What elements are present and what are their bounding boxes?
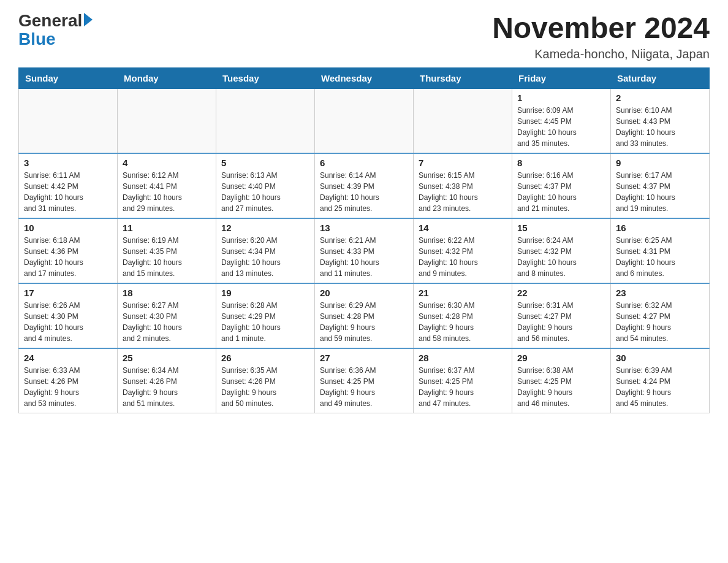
day-number: 18 — [123, 288, 211, 298]
day-number: 13 — [320, 223, 408, 233]
day-number: 27 — [320, 353, 408, 363]
day-info: Sunrise: 6:28 AM Sunset: 4:29 PM Dayligh… — [221, 300, 309, 344]
calendar-cell: 7Sunrise: 6:15 AM Sunset: 4:38 PM Daylig… — [414, 153, 512, 218]
day-number: 29 — [517, 353, 605, 363]
day-number: 12 — [221, 223, 309, 233]
calendar-cell: 22Sunrise: 6:31 AM Sunset: 4:27 PM Dayli… — [512, 283, 611, 348]
calendar-cell — [315, 88, 414, 153]
calendar-cell: 13Sunrise: 6:21 AM Sunset: 4:33 PM Dayli… — [315, 218, 414, 283]
day-info: Sunrise: 6:22 AM Sunset: 4:32 PM Dayligh… — [419, 235, 507, 279]
calendar-cell: 3Sunrise: 6:11 AM Sunset: 4:42 PM Daylig… — [19, 153, 118, 218]
day-number: 20 — [320, 288, 408, 298]
day-info: Sunrise: 6:35 AM Sunset: 4:26 PM Dayligh… — [221, 365, 309, 409]
day-number: 16 — [616, 223, 704, 233]
day-number: 26 — [221, 353, 309, 363]
day-number: 30 — [616, 353, 704, 363]
day-number: 28 — [419, 353, 507, 363]
calendar-cell: 15Sunrise: 6:24 AM Sunset: 4:32 PM Dayli… — [512, 218, 611, 283]
location: Kameda-honcho, Niigata, Japan — [492, 47, 710, 61]
logo-line2: Blue — [18, 29, 56, 49]
calendar-cell: 27Sunrise: 6:36 AM Sunset: 4:25 PM Dayli… — [315, 348, 414, 413]
calendar-cell — [216, 88, 315, 153]
day-info: Sunrise: 6:15 AM Sunset: 4:38 PM Dayligh… — [419, 170, 507, 214]
calendar-cell: 29Sunrise: 6:38 AM Sunset: 4:25 PM Dayli… — [512, 348, 611, 413]
calendar-cell: 28Sunrise: 6:37 AM Sunset: 4:25 PM Dayli… — [414, 348, 512, 413]
column-header-thursday: Thursday — [414, 67, 512, 88]
calendar-cell: 26Sunrise: 6:35 AM Sunset: 4:26 PM Dayli… — [216, 348, 315, 413]
calendar-week-row: 1Sunrise: 6:09 AM Sunset: 4:45 PM Daylig… — [19, 88, 710, 153]
day-info: Sunrise: 6:26 AM Sunset: 4:30 PM Dayligh… — [24, 300, 112, 344]
calendar-week-row: 10Sunrise: 6:18 AM Sunset: 4:36 PM Dayli… — [19, 218, 710, 283]
calendar-cell — [118, 88, 216, 153]
day-number: 3 — [24, 158, 112, 168]
calendar-cell: 30Sunrise: 6:39 AM Sunset: 4:24 PM Dayli… — [611, 348, 710, 413]
day-number: 11 — [123, 223, 211, 233]
day-info: Sunrise: 6:11 AM Sunset: 4:42 PM Dayligh… — [24, 170, 112, 214]
day-number: 10 — [24, 223, 112, 233]
day-number: 2 — [616, 93, 704, 103]
day-number: 19 — [221, 288, 309, 298]
column-header-saturday: Saturday — [611, 67, 710, 88]
day-info: Sunrise: 6:10 AM Sunset: 4:43 PM Dayligh… — [616, 105, 704, 149]
calendar-cell: 4Sunrise: 6:12 AM Sunset: 4:41 PM Daylig… — [118, 153, 216, 218]
day-number: 6 — [320, 158, 408, 168]
month-title: November 2024 — [492, 12, 710, 45]
logo-line1: General — [18, 12, 82, 29]
day-info: Sunrise: 6:34 AM Sunset: 4:26 PM Dayligh… — [123, 365, 211, 409]
day-info: Sunrise: 6:19 AM Sunset: 4:35 PM Dayligh… — [123, 235, 211, 279]
day-info: Sunrise: 6:27 AM Sunset: 4:30 PM Dayligh… — [123, 300, 211, 344]
column-header-tuesday: Tuesday — [216, 67, 315, 88]
day-info: Sunrise: 6:20 AM Sunset: 4:34 PM Dayligh… — [221, 235, 309, 279]
logo-arrow-icon — [84, 13, 93, 26]
calendar-cell: 9Sunrise: 6:17 AM Sunset: 4:37 PM Daylig… — [611, 153, 710, 218]
day-info: Sunrise: 6:25 AM Sunset: 4:31 PM Dayligh… — [616, 235, 704, 279]
day-info: Sunrise: 6:33 AM Sunset: 4:26 PM Dayligh… — [24, 365, 112, 409]
calendar-cell: 16Sunrise: 6:25 AM Sunset: 4:31 PM Dayli… — [611, 218, 710, 283]
calendar-cell: 14Sunrise: 6:22 AM Sunset: 4:32 PM Dayli… — [414, 218, 512, 283]
day-info: Sunrise: 6:21 AM Sunset: 4:33 PM Dayligh… — [320, 235, 408, 279]
calendar-header-row: SundayMondayTuesdayWednesdayThursdayFrid… — [19, 67, 710, 88]
day-number: 25 — [123, 353, 211, 363]
day-number: 17 — [24, 288, 112, 298]
day-info: Sunrise: 6:32 AM Sunset: 4:27 PM Dayligh… — [616, 300, 704, 344]
logo: General Blue — [18, 12, 93, 49]
day-info: Sunrise: 6:29 AM Sunset: 4:28 PM Dayligh… — [320, 300, 408, 344]
day-info: Sunrise: 6:13 AM Sunset: 4:40 PM Dayligh… — [221, 170, 309, 214]
calendar-cell: 17Sunrise: 6:26 AM Sunset: 4:30 PM Dayli… — [19, 283, 118, 348]
calendar-cell: 23Sunrise: 6:32 AM Sunset: 4:27 PM Dayli… — [611, 283, 710, 348]
calendar-cell: 6Sunrise: 6:14 AM Sunset: 4:39 PM Daylig… — [315, 153, 414, 218]
day-number: 7 — [419, 158, 507, 168]
day-info: Sunrise: 6:17 AM Sunset: 4:37 PM Dayligh… — [616, 170, 704, 214]
calendar-cell: 24Sunrise: 6:33 AM Sunset: 4:26 PM Dayli… — [19, 348, 118, 413]
calendar-week-row: 24Sunrise: 6:33 AM Sunset: 4:26 PM Dayli… — [19, 348, 710, 413]
day-info: Sunrise: 6:16 AM Sunset: 4:37 PM Dayligh… — [517, 170, 605, 214]
column-header-sunday: Sunday — [19, 67, 118, 88]
day-number: 14 — [419, 223, 507, 233]
column-header-monday: Monday — [118, 67, 216, 88]
day-number: 5 — [221, 158, 309, 168]
calendar-week-row: 17Sunrise: 6:26 AM Sunset: 4:30 PM Dayli… — [19, 283, 710, 348]
day-number: 1 — [517, 93, 605, 103]
day-info: Sunrise: 6:38 AM Sunset: 4:25 PM Dayligh… — [517, 365, 605, 409]
calendar-cell: 19Sunrise: 6:28 AM Sunset: 4:29 PM Dayli… — [216, 283, 315, 348]
day-number: 15 — [517, 223, 605, 233]
day-number: 4 — [123, 158, 211, 168]
calendar-cell: 8Sunrise: 6:16 AM Sunset: 4:37 PM Daylig… — [512, 153, 611, 218]
day-number: 21 — [419, 288, 507, 298]
calendar-cell: 11Sunrise: 6:19 AM Sunset: 4:35 PM Dayli… — [118, 218, 216, 283]
day-info: Sunrise: 6:30 AM Sunset: 4:28 PM Dayligh… — [419, 300, 507, 344]
day-info: Sunrise: 6:18 AM Sunset: 4:36 PM Dayligh… — [24, 235, 112, 279]
day-info: Sunrise: 6:24 AM Sunset: 4:32 PM Dayligh… — [517, 235, 605, 279]
day-info: Sunrise: 6:39 AM Sunset: 4:24 PM Dayligh… — [616, 365, 704, 409]
page-header: General Blue November 2024 Kameda-honcho… — [18, 12, 710, 61]
calendar-cell: 10Sunrise: 6:18 AM Sunset: 4:36 PM Dayli… — [19, 218, 118, 283]
column-header-friday: Friday — [512, 67, 611, 88]
calendar-cell: 2Sunrise: 6:10 AM Sunset: 4:43 PM Daylig… — [611, 88, 710, 153]
calendar-cell: 25Sunrise: 6:34 AM Sunset: 4:26 PM Dayli… — [118, 348, 216, 413]
day-info: Sunrise: 6:31 AM Sunset: 4:27 PM Dayligh… — [517, 300, 605, 344]
day-info: Sunrise: 6:14 AM Sunset: 4:39 PM Dayligh… — [320, 170, 408, 214]
title-area: November 2024 Kameda-honcho, Niigata, Ja… — [492, 12, 710, 61]
day-number: 22 — [517, 288, 605, 298]
calendar-table: SundayMondayTuesdayWednesdayThursdayFrid… — [18, 67, 710, 413]
calendar-cell: 21Sunrise: 6:30 AM Sunset: 4:28 PM Dayli… — [414, 283, 512, 348]
